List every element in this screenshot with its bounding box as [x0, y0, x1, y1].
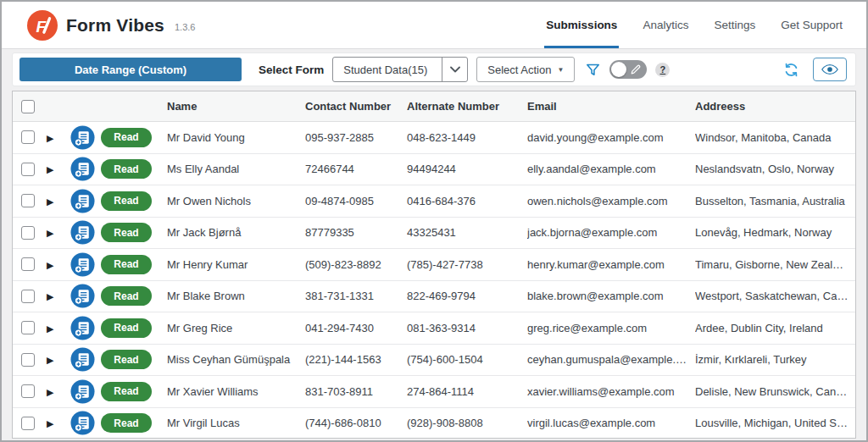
read-status-button[interactable]: Read	[101, 413, 152, 433]
read-status-button[interactable]: Read	[101, 318, 152, 338]
cell-address: İzmir, Kırklareli, Turkey	[695, 353, 855, 366]
cell-address: Westport, Saskatchewan, Canada	[695, 290, 855, 302]
row-checkbox[interactable]	[21, 290, 35, 303]
expand-row-icon[interactable]: ▶	[42, 260, 53, 270]
submission-details-icon[interactable]	[64, 157, 101, 181]
row-checkbox[interactable]	[21, 257, 35, 271]
cell-alternate-number: (928)-908-8808	[407, 417, 527, 429]
form-select-dropdown[interactable]: Student Data(15)	[332, 57, 468, 82]
select-action-label: Select Action	[487, 64, 551, 76]
cell-contact-number: (221)-144-1563	[305, 353, 407, 366]
cell-name: Mr Owen Nichols	[167, 195, 305, 207]
select-all-checkbox[interactable]	[21, 100, 35, 113]
cell-email: virgil.lucas@example.com	[527, 417, 695, 429]
read-status-button[interactable]: Read	[101, 223, 152, 242]
cell-contact-number: 72466744	[305, 163, 407, 175]
expand-row-icon[interactable]: ▶	[42, 291, 53, 301]
column-header-address: Addreess	[695, 100, 855, 113]
row-checkbox[interactable]	[21, 163, 35, 176]
tab-submissions[interactable]: Submissions	[544, 2, 619, 48]
form-select-value: Student Data(15)	[333, 58, 442, 81]
cell-address: Lousville, Michigan, United States	[695, 417, 855, 429]
page-title: Form Vibes	[66, 15, 164, 36]
select-form-label: Select Form	[259, 64, 324, 76]
expand-row-icon[interactable]: ▶	[42, 355, 53, 365]
read-status-button[interactable]: Read	[101, 286, 152, 306]
cell-email: owen.nichols@example.com	[527, 195, 695, 207]
cell-name: Mr Henry Kumar	[167, 258, 305, 271]
table-row: ▶ Read Ms Elly Aandal 72466744 94494244 …	[13, 154, 855, 186]
cell-email: david.young@example.com	[527, 131, 695, 144]
read-status-button[interactable]: Read	[101, 255, 152, 274]
refresh-icon[interactable]	[783, 62, 799, 78]
submission-details-icon[interactable]	[64, 411, 101, 435]
submission-details-icon[interactable]	[64, 316, 101, 340]
cell-alternate-number: 94494244	[407, 163, 527, 175]
edit-mode-toggle[interactable]	[609, 60, 647, 79]
tab-get-support[interactable]: Get Support	[779, 2, 844, 48]
cell-address: Ardee, Dublin City, Ireland	[695, 322, 855, 334]
read-status-button[interactable]: Read	[101, 350, 152, 369]
expand-row-icon[interactable]: ▶	[42, 164, 53, 174]
cell-contact-number: (744)-686-0810	[305, 417, 407, 429]
row-checkbox[interactable]	[21, 194, 35, 207]
table-row: ▶ Read Mr Greg Rice 041-294-7430 081-363…	[13, 312, 855, 345]
expand-row-icon[interactable]: ▶	[42, 387, 53, 397]
cell-alternate-number: 822-469-9794	[407, 290, 527, 302]
pencil-icon	[630, 64, 642, 79]
cell-address: Neslandsvatn, Oslo, Norway	[695, 163, 855, 175]
expand-row-icon[interactable]: ▶	[42, 418, 53, 428]
submission-details-icon[interactable]	[64, 252, 101, 277]
table-body: ▶ Read Mr David Young 095-937-2885 048-6…	[13, 122, 855, 438]
cell-alternate-number: 081-363-9314	[407, 322, 527, 334]
column-header-name: Name	[167, 100, 305, 113]
table-header-row: Name Contact Number Alternate Number Ema…	[13, 91, 855, 122]
help-icon[interactable]: ?	[655, 63, 670, 77]
cell-name: Ms Elly Aandal	[167, 163, 305, 175]
column-header-contact-number: Contact Number	[305, 100, 407, 113]
read-status-button[interactable]: Read	[101, 128, 152, 147]
column-header-email: Email	[527, 100, 695, 113]
submission-details-icon[interactable]	[64, 347, 101, 372]
read-status-button[interactable]: Read	[101, 159, 152, 179]
read-status-button[interactable]: Read	[101, 382, 152, 401]
row-checkbox[interactable]	[21, 353, 35, 367]
brand: F Form Vibes 1.3.6	[27, 10, 195, 41]
date-range-button[interactable]: Date Range (Custom)	[19, 58, 242, 81]
submission-details-icon[interactable]	[64, 379, 101, 404]
expand-row-icon[interactable]: ▶	[42, 323, 53, 334]
cell-name: Mr Virgil Lucas	[167, 417, 305, 429]
filter-icon[interactable]	[585, 62, 601, 78]
submission-details-icon[interactable]	[64, 284, 101, 308]
cell-name: Mr David Young	[167, 131, 305, 144]
expand-row-icon[interactable]: ▶	[42, 133, 53, 143]
cell-email: greg.rice@example.com	[527, 322, 695, 334]
row-checkbox[interactable]	[21, 384, 35, 398]
toggle-columns-button[interactable]	[813, 58, 847, 81]
cell-email: blake.brown@example.com	[527, 290, 695, 302]
row-checkbox[interactable]	[21, 226, 35, 240]
expand-row-icon[interactable]: ▶	[42, 228, 53, 238]
form-vibes-logo-icon: F	[27, 10, 58, 41]
submission-details-icon[interactable]	[64, 220, 101, 245]
tab-settings[interactable]: Settings	[712, 2, 757, 48]
table-row: ▶ Read Mr Jack Bjørnå 87779335 43325431 …	[13, 218, 855, 250]
column-header-alternate-number: Alternate Number	[407, 100, 527, 113]
read-status-button[interactable]: Read	[101, 191, 152, 211]
cell-address: Busselton, Tasmania, Australia	[695, 195, 855, 207]
cell-name: Mr Blake Brown	[167, 290, 305, 302]
app-header: F Form Vibes 1.3.6 Submissions Analytics…	[2, 2, 866, 49]
tab-analytics[interactable]: Analytics	[641, 2, 690, 48]
toggle-knob	[611, 62, 626, 77]
row-checkbox[interactable]	[21, 417, 35, 430]
submission-details-icon[interactable]	[64, 189, 101, 213]
cell-alternate-number: 048-623-1449	[407, 131, 527, 144]
submission-details-icon[interactable]	[64, 125, 101, 150]
table-row: ▶ Read Mr Xavier Williams 831-703-8911 2…	[13, 376, 855, 408]
expand-row-icon[interactable]: ▶	[42, 196, 53, 207]
row-checkbox[interactable]	[21, 321, 35, 334]
cell-address: Windsor, Manitoba, Canada	[695, 131, 855, 144]
row-checkbox[interactable]	[21, 130, 35, 144]
select-action-dropdown[interactable]: Select Action ▼	[476, 57, 575, 82]
cell-contact-number: 381-731-1331	[305, 290, 407, 302]
